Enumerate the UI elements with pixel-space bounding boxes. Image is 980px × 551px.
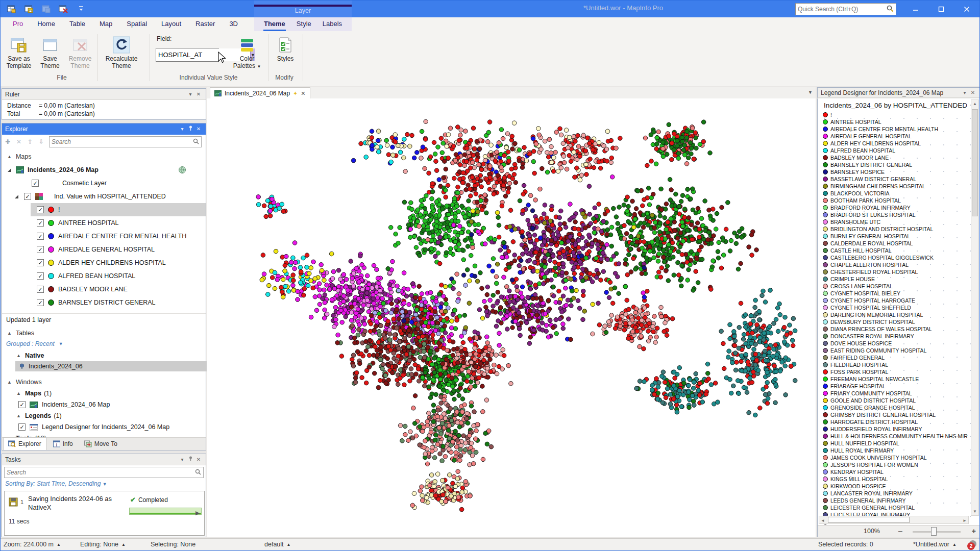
value-checkbox[interactable]: ✓ [37, 233, 44, 240]
legend-menu-icon[interactable]: ▾ [961, 90, 969, 95]
search-icon[interactable] [885, 5, 896, 14]
footer-tab-explorer[interactable]: Explorer [3, 437, 46, 450]
legend-item[interactable]: FREEMAN HOSPITAL NEWCASTLE [823, 375, 919, 383]
explorer-pin-icon[interactable] [186, 126, 194, 132]
zoom-out-icon[interactable]: – [898, 527, 902, 535]
legend-item[interactable]: FIELDHEAD HOSPITAL [823, 361, 888, 368]
legend-item[interactable]: CYGNET HOSPITAL SHEFFIELD [823, 304, 911, 311]
value-checkbox[interactable]: ✓ [37, 219, 44, 227]
legend-window-checkbox[interactable]: ✓ [18, 423, 26, 431]
add-icon[interactable]: ✚ [2, 138, 13, 145]
tab-table[interactable]: Table [62, 17, 92, 31]
legend-item[interactable]: BLACKPOOL VICTORIA [823, 190, 890, 197]
scroll-right-icon[interactable]: ► [963, 518, 967, 523]
new-workspace-icon[interactable] [7, 3, 16, 14]
tab-list-chevron-icon[interactable]: ▼ [808, 90, 813, 95]
ruler-menu-icon[interactable]: ▾ [186, 91, 194, 97]
tab-raster[interactable]: Raster [188, 17, 222, 31]
legend-item[interactable]: BIRMINGHAM CHILDRENS HOSPITAL [823, 183, 925, 190]
value-checkbox[interactable]: ✓ [37, 272, 44, 280]
tree-cosmetic-layer[interactable]: ✓ Cosmetic Layer [2, 177, 235, 190]
legend-item[interactable]: CHESTERFIELD ROYAL HOSPITAL [823, 268, 918, 276]
native-group-header[interactable]: ▲Native [2, 350, 220, 361]
zoom-slider-track[interactable] [913, 531, 961, 533]
vertical-scroll-thumb[interactable] [972, 109, 978, 216]
legend-item[interactable]: BRADFORD ROYAL INFIRMARY [823, 204, 911, 211]
legend-item[interactable]: KINGS MILL HOSPITAL [823, 475, 888, 483]
legend-item[interactable]: KENDRAY HOSPITAL [823, 468, 884, 475]
legend-item[interactable]: DEWSBURY DISTRICT HOSPITAL [823, 318, 915, 325]
horizontal-scroll-thumb[interactable] [828, 517, 910, 523]
tab-home[interactable]: Home [30, 17, 62, 31]
theme-layer-checkbox[interactable]: ✓ [24, 193, 31, 200]
legend-item[interactable]: HULL NUFFIELD HOSPITAL [823, 440, 899, 447]
task-card[interactable]: 1 Saving Incidents 2024-06 asNativeX ✔ C… [4, 491, 205, 536]
tree-theme-layer[interactable]: ✓ Ind. Value with HOSPITAL_ATTENDED [2, 190, 218, 203]
map-canvas[interactable] [207, 98, 816, 537]
map-tab-close-icon[interactable]: ✕ [301, 90, 305, 97]
legend-window-item[interactable]: ✓ Legend Designer for Incidents_2024_06 … [2, 421, 222, 433]
legend-item[interactable]: BADSLEY MOOR LANE [823, 154, 889, 161]
tasks-searchbox[interactable] [4, 467, 204, 478]
theme-value-row[interactable]: ✓AIREDALE CENTRE FOR MENTAL HEALTH [31, 230, 206, 243]
legend-item[interactable]: BRANSHOLME UTC [823, 218, 880, 226]
zoom-in-icon[interactable]: + [972, 527, 976, 535]
scroll-down-icon[interactable]: ▼ [971, 509, 978, 514]
color-palettes-button[interactable]: ColorPalettes ▼ [231, 35, 263, 70]
legend-item[interactable]: JESSOPS HOSPITAL FOR WOMEN [823, 461, 918, 468]
theme-value-row[interactable]: ✓BARNSLEY DISTRICT GENERAL [31, 296, 206, 309]
legend-item[interactable]: BARNSLEY DISTRICT GENERAL [823, 161, 912, 168]
expander-icon[interactable] [14, 194, 19, 199]
maps-section-header[interactable]: ▲Maps [2, 150, 211, 163]
legend-item[interactable]: DONCASTER ROYAL INFIRMARY [823, 333, 914, 340]
expander-icon[interactable] [7, 168, 12, 172]
explorer-search-input[interactable] [50, 138, 191, 145]
quick-search-input[interactable] [796, 6, 885, 13]
legend-item[interactable]: BURNLEY GENERAL HOSPITAL [823, 233, 910, 240]
notification-badge[interactable]: 2 [967, 542, 975, 550]
tab-labels[interactable]: Labels [317, 17, 348, 31]
legend-item[interactable]: ! [823, 111, 832, 118]
legend-item[interactable]: FOSS PARK HOSPITAL [823, 368, 888, 375]
theme-value-row[interactable]: ✓ALDER HEY CHILDRENS HOSPITAL [31, 256, 206, 269]
quick-search[interactable] [795, 3, 896, 15]
legends-section-header[interactable]: ▲Legends (1) [2, 410, 220, 421]
field-combobox[interactable]: ▼ [156, 48, 219, 62]
value-checkbox[interactable]: ✓ [37, 299, 44, 306]
zoom-slider-thumb[interactable] [931, 527, 937, 536]
theme-value-row[interactable]: ✓! [31, 203, 206, 216]
theme-value-row[interactable]: ✓BARNSLEY HOSPICE [31, 309, 206, 312]
legend-item[interactable]: LANCASTER ROYAL INFIRMARY [823, 490, 913, 497]
theme-value-row[interactable]: ✓ALFRED BEAN HOSPITAL [31, 269, 206, 283]
tables-grouping[interactable]: Grouped : Recent▼ [2, 339, 210, 349]
legend-item[interactable]: DOVE HOUSE HOSPICE [823, 340, 892, 347]
legend-item[interactable]: CASTLE HILL HOSPITAL [823, 247, 892, 254]
legend-item[interactable]: GOOLE AND DISTRICT HOSPITAL [823, 397, 916, 404]
tab-style[interactable]: Style [291, 17, 317, 31]
legend-item[interactable]: HARROGATE DISTRICT HOSPITAL [823, 418, 918, 425]
legend-item[interactable]: AIREDALE CENTRE FOR MENTAL HEALTH [823, 126, 938, 133]
value-checkbox[interactable]: ✓ [37, 286, 44, 293]
legend-item[interactable]: FRIARY COMMUNITY HOSPITAL [823, 390, 912, 397]
legend-item[interactable]: CROSS LANE HOSPITAL [823, 283, 893, 290]
legend-item[interactable]: GRIMSBY DISTRICT GENERAL HOSPITAL [823, 411, 936, 418]
legend-vertical-scrollbar[interactable]: ▲ ▼ [971, 99, 979, 516]
legend-item[interactable]: BARNSLEY HOSPICE [823, 168, 885, 176]
explorer-close-icon[interactable]: ✕ [194, 126, 203, 132]
tasks-menu-icon[interactable]: ▾ [178, 457, 186, 462]
customize-qat-chevron-icon[interactable] [76, 3, 86, 14]
minimize-button[interactable] [903, 1, 928, 17]
legend-item[interactable]: ALDER HEY CHILDRENS HOSPITAL [823, 140, 921, 147]
tasks-close-icon[interactable]: ✕ [194, 457, 203, 462]
theme-value-row[interactable]: ✓AINTREE HOSPITAL [31, 216, 206, 230]
legend-item[interactable]: CALDERDALE ROYAL HOSPITAL [823, 240, 913, 247]
map-document-tab[interactable]: Incidents_2024_06 Map ✦ ✕ [210, 87, 310, 99]
status-editing[interactable]: Editing: None▲ [80, 541, 126, 548]
legend-item[interactable]: CYGNET HOSPITAL BIELEY [823, 290, 900, 297]
status-zoom[interactable]: Zoom: 224.000 m▲ [4, 541, 61, 548]
legend-item[interactable]: GRENOSIDE GRANGE HOSPITAL [823, 404, 915, 411]
theme-value-row[interactable]: ✓AIREDALE GENERAL HOSPITAL [31, 243, 206, 256]
tab-3d[interactable]: 3D [222, 17, 245, 31]
close-table-icon[interactable] [59, 3, 68, 14]
legend-item[interactable]: BRADFORD ST LUKES HOSPITAL [823, 211, 915, 218]
